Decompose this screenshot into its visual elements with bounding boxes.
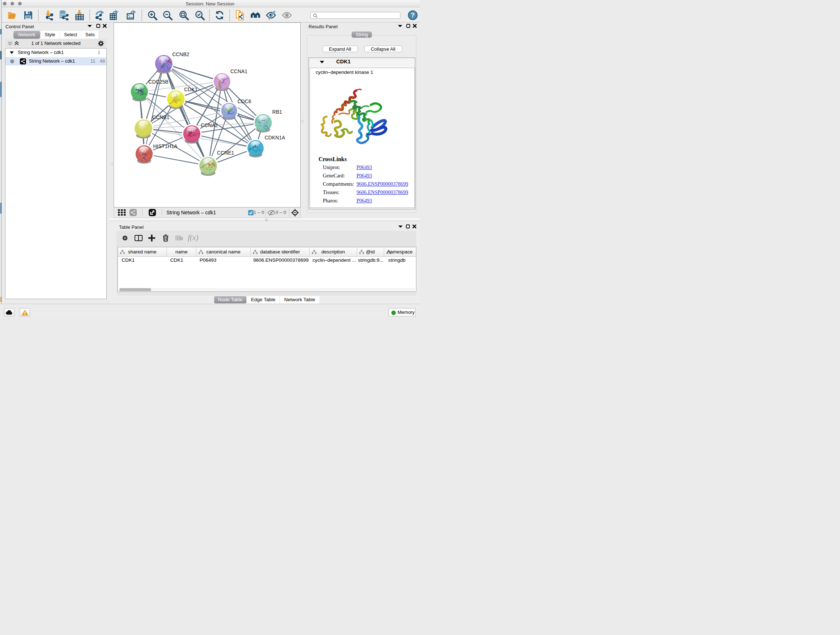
svg-text:CCNB2: CCNB2 xyxy=(172,51,189,57)
svg-text:CCNB1: CCNB1 xyxy=(152,114,170,120)
svg-text:HIST1H1A: HIST1H1A xyxy=(153,143,178,149)
svg-text:CDC6: CDC6 xyxy=(238,98,251,104)
svg-text:CDKN1A: CDKN1A xyxy=(265,135,286,141)
svg-text:CDK1: CDK1 xyxy=(184,87,198,92)
svg-text:CDC25B: CDC25B xyxy=(148,79,168,85)
svg-text:CCNE1: CCNE1 xyxy=(217,150,234,156)
svg-text:?: ? xyxy=(411,11,415,19)
svg-text:RB1: RB1 xyxy=(272,109,282,115)
svg-text:CCNA1: CCNA1 xyxy=(231,68,248,74)
svg-text:CCNA2: CCNA2 xyxy=(201,122,218,128)
